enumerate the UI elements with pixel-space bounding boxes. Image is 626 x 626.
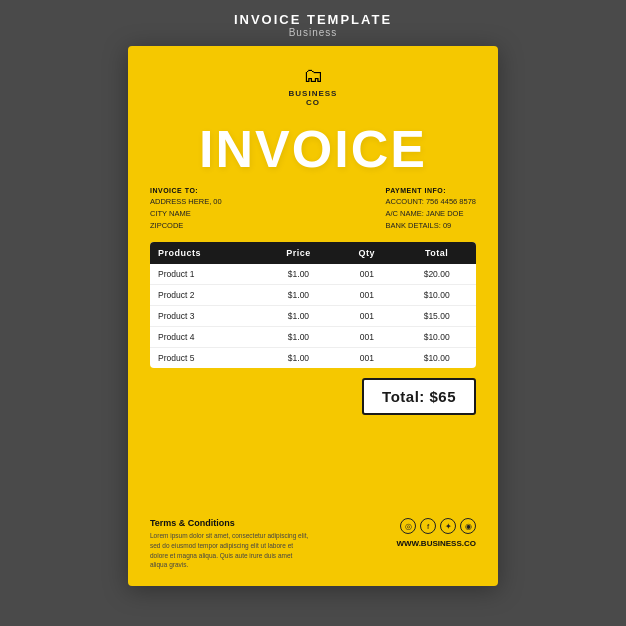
product-price: $1.00	[261, 285, 337, 306]
account-info: ACCOUNT: 756 4456 8578	[386, 196, 476, 208]
product-name: Product 3	[150, 306, 261, 327]
product-qty: 001	[336, 285, 397, 306]
product-name: Product 1	[150, 264, 261, 285]
invoice-to-block: INVOICE TO: ADDRESS HERE, 00 CITY NAME Z…	[150, 185, 222, 232]
brand-name: BUSINESSCO	[289, 89, 338, 107]
invoice-to-label: INVOICE TO:	[150, 185, 222, 196]
invoice-to-address: ADDRESS HERE, 00	[150, 196, 222, 208]
table-row: Product 4 $1.00 001 $10.00	[150, 327, 476, 348]
table-body: Product 1 $1.00 001 $20.00 Product 2 $1.…	[150, 264, 476, 368]
invoice-info-row: INVOICE TO: ADDRESS HERE, 00 CITY NAME Z…	[150, 185, 476, 232]
total-box: Total: $65	[362, 378, 476, 415]
product-price: $1.00	[261, 306, 337, 327]
col-header-qty: Qty	[336, 242, 397, 264]
product-price: $1.00	[261, 348, 337, 369]
product-total: $10.00	[397, 327, 476, 348]
table-header: Products Price Qty Total	[150, 242, 476, 264]
payment-info-block: PAYMENT INFO: ACCOUNT: 756 4456 8578 A/C…	[386, 185, 476, 232]
brand-icon: 🗂	[303, 64, 323, 87]
product-name: Product 2	[150, 285, 261, 306]
linkedin-icon: ◉	[460, 518, 476, 534]
product-qty: 001	[336, 348, 397, 369]
product-name: Product 4	[150, 327, 261, 348]
bank-details: BANK DETAILS: 09	[386, 220, 476, 232]
footer-row: Terms & Conditions Lorem ipsum dolor sit…	[150, 518, 476, 570]
product-total: $20.00	[397, 264, 476, 285]
product-qty: 001	[336, 264, 397, 285]
product-total: $10.00	[397, 348, 476, 369]
products-table: Products Price Qty Total Product 1 $1.00…	[150, 242, 476, 368]
product-price: $1.00	[261, 327, 337, 348]
table-row: Product 2 $1.00 001 $10.00	[150, 285, 476, 306]
table-row: Product 3 $1.00 001 $15.00	[150, 306, 476, 327]
col-header-products: Products	[150, 242, 261, 264]
product-qty: 001	[336, 327, 397, 348]
invoice-to-zip: ZIPCODE	[150, 220, 222, 232]
brand-section: 🗂 BUSINESSCO	[150, 64, 476, 107]
terms-text: Lorem ipsum dolor sit amet, consectetur …	[150, 531, 310, 570]
product-price: $1.00	[261, 264, 337, 285]
facebook-icon: f	[420, 518, 436, 534]
invoice-to-city: CITY NAME	[150, 208, 222, 220]
ac-name: A/C NAME: JANE DOE	[386, 208, 476, 220]
invoice-card: 🗂 BUSINESSCO INVOICE INVOICE TO: ADDRESS…	[128, 46, 498, 586]
terms-title: Terms & Conditions	[150, 518, 396, 528]
col-header-price: Price	[261, 242, 337, 264]
product-name: Product 5	[150, 348, 261, 369]
invoice-title: INVOICE	[150, 123, 476, 175]
product-total: $10.00	[397, 285, 476, 306]
website: WWW.BUSINESS.CO	[396, 539, 476, 548]
table-row: Product 1 $1.00 001 $20.00	[150, 264, 476, 285]
col-header-total: Total	[397, 242, 476, 264]
instagram-icon: ◎	[400, 518, 416, 534]
social-icons: ◎ f ✦ ◉	[400, 518, 476, 534]
table-row: Product 5 $1.00 001 $10.00	[150, 348, 476, 369]
footer-right: ◎ f ✦ ◉ WWW.BUSINESS.CO	[396, 518, 476, 548]
twitter-icon: ✦	[440, 518, 456, 534]
terms-block: Terms & Conditions Lorem ipsum dolor sit…	[150, 518, 396, 570]
product-total: $15.00	[397, 306, 476, 327]
page-subtitle: Business	[234, 27, 392, 38]
payment-label: PAYMENT INFO:	[386, 185, 476, 196]
product-qty: 001	[336, 306, 397, 327]
page-header: INVOICE TEMPLATE Business	[234, 0, 392, 46]
page-title: INVOICE TEMPLATE	[234, 12, 392, 27]
